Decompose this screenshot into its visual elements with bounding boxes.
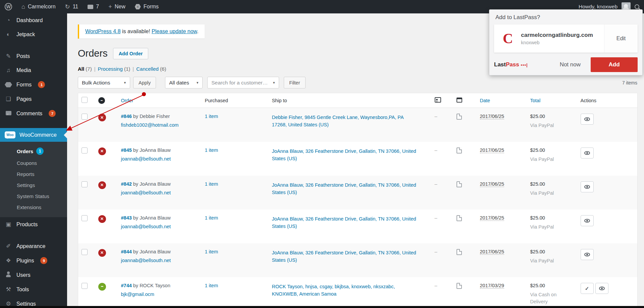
- howdy-account-menu[interactable]: Howdy, knoxweb: [579, 4, 618, 10]
- purchased-link[interactable]: 1 item: [205, 114, 218, 119]
- submenu-item-reports[interactable]: Reports: [0, 169, 67, 180]
- wp-logo-menu[interactable]: W: [0, 0, 17, 13]
- purchased-link[interactable]: 1 item: [205, 181, 218, 187]
- status-column-icon: [98, 97, 105, 104]
- customer-email-link[interactable]: fishdeb1002@hotmail.com: [121, 122, 198, 128]
- view-order-button[interactable]: [581, 147, 594, 159]
- cancelled-status-icon: [98, 215, 106, 223]
- order-note-icon[interactable]: [457, 114, 462, 120]
- customer-email-link[interactable]: joannab@bellsouth.net: [121, 224, 198, 229]
- order-link[interactable]: #844: [121, 249, 132, 254]
- column-header-total[interactable]: Total: [527, 93, 577, 108]
- order-note-icon[interactable]: [457, 181, 462, 187]
- submenu-item-settings[interactable]: Settings: [0, 180, 67, 191]
- new-content-menu[interactable]: + New: [104, 0, 130, 13]
- order-link[interactable]: #744: [121, 283, 132, 288]
- order-link[interactable]: #845: [121, 147, 132, 153]
- customer-card-icon: [435, 97, 441, 103]
- row-checkbox[interactable]: [82, 147, 88, 153]
- sidebar-item-tools[interactable]: ⚒ Tools: [0, 282, 67, 297]
- sidebar-item-comments[interactable]: Comments 7: [0, 106, 67, 121]
- sidebar-item-products[interactable]: ▣ Products: [0, 217, 67, 232]
- row-checkbox[interactable]: [82, 283, 88, 289]
- submenu-item-coupons[interactable]: Coupons: [0, 158, 67, 169]
- customer-email-link[interactable]: bjk@gmail.ocm: [121, 292, 198, 297]
- filter-button[interactable]: Filter: [284, 77, 305, 88]
- sidebar-item-media[interactable]: ♫ Media: [0, 63, 67, 77]
- purchased-link[interactable]: 1 item: [205, 283, 218, 288]
- updates-menu[interactable]: ↻ 11: [60, 0, 83, 13]
- customer-email-link[interactable]: joannab@bellsouth.net: [121, 258, 198, 263]
- customer-email-link[interactable]: joannab@bellsouth.net: [121, 190, 198, 195]
- not-now-button[interactable]: Not now: [560, 61, 581, 68]
- comments-menu[interactable]: 7: [83, 0, 104, 13]
- order-row-843: #843 by JoAnna Blauw joannab@bellsouth.n…: [78, 209, 638, 243]
- update-count: 11: [73, 4, 78, 10]
- wordpress-version-link[interactable]: WordPress 4.8: [85, 28, 121, 34]
- customer-search-select[interactable]: Search for a customer… ▼: [207, 77, 279, 88]
- view-order-button[interactable]: [581, 181, 594, 192]
- sidebar-item-woocommerce[interactable]: Woo WooCommerce: [0, 128, 67, 142]
- date-filter-select[interactable]: All dates ▼: [165, 77, 203, 88]
- table-header-row: Order Purchased Ship to Date Total Actio…: [78, 93, 638, 108]
- cancelled-status-icon: [98, 249, 106, 257]
- sidebar-item-pages[interactable]: ❑ Pages: [0, 92, 67, 106]
- ship-to-link[interactable]: Debbie Fisher, 9845 Gentle Creek Lane, W…: [272, 114, 428, 129]
- update-now-link[interactable]: Please update now: [152, 28, 197, 34]
- site-name-menu[interactable]: ⌂ Carmelcorn: [17, 0, 60, 13]
- row-checkbox[interactable]: [82, 215, 88, 221]
- order-link[interactable]: #843: [121, 215, 132, 221]
- sidebar-item-dashboard[interactable]: ◔ Dashboard: [0, 13, 67, 27]
- order-note-icon[interactable]: [457, 249, 462, 255]
- ship-to-link[interactable]: JoAnna Blauw, 326 Featherstone Drive, Ga…: [272, 215, 428, 230]
- sidebar-item-forms[interactable]: ≡ Forms 1: [0, 77, 67, 92]
- view-order-button[interactable]: [595, 283, 608, 294]
- filter-cancelled[interactable]: Cancelled (6): [136, 66, 166, 72]
- row-checkbox[interactable]: [82, 181, 88, 187]
- ship-to-link[interactable]: ROCK Tayson, hnjsa, csgay, bkjbsa, knoxw…: [272, 283, 428, 298]
- column-header-order[interactable]: Order: [118, 93, 202, 108]
- sidebar-item-posts[interactable]: ✎ Posts: [0, 49, 67, 63]
- add-button[interactable]: Add: [591, 57, 638, 72]
- forms-menu[interactable]: ≡ Forms: [130, 0, 163, 13]
- view-order-button[interactable]: [581, 249, 594, 260]
- select-all-checkbox[interactable]: [82, 97, 88, 103]
- order-link[interactable]: #842: [121, 181, 132, 187]
- row-checkbox[interactable]: [82, 249, 88, 255]
- submenu-item-system-status[interactable]: System Status: [0, 191, 67, 202]
- order-note-icon[interactable]: [457, 215, 462, 221]
- submenu-item-orders[interactable]: Orders 1: [0, 145, 67, 158]
- customer-email-link[interactable]: joannab@bellsouth.net: [121, 156, 198, 162]
- order-note-icon[interactable]: [457, 283, 462, 289]
- row-checkbox[interactable]: [82, 114, 88, 120]
- check-icon: ✓: [585, 286, 589, 292]
- plugins-count-badge: 9: [40, 257, 47, 264]
- sidebar-item-appearance[interactable]: ✐ Appearance: [0, 239, 67, 253]
- sidebar-item-users[interactable]: Users: [0, 268, 67, 282]
- filter-processing[interactable]: Processing (1): [98, 66, 130, 72]
- sidebar-item-plugins[interactable]: ❖ Plugins 9: [0, 253, 67, 268]
- complete-order-button[interactable]: ✓: [581, 283, 594, 294]
- ship-to-link[interactable]: JoAnna Blauw, 326 Featherstone Drive, Ga…: [272, 147, 428, 163]
- comment-bubble-icon: [5, 110, 12, 117]
- view-order-button[interactable]: [581, 114, 594, 125]
- jetpack-icon: ◐: [5, 31, 12, 38]
- add-order-button[interactable]: Add Order: [113, 48, 149, 59]
- chevron-down-icon: ▼: [272, 81, 275, 84]
- purchased-link[interactable]: 1 item: [205, 147, 218, 153]
- sidebar-item-jetpack[interactable]: ◐ Jetpack: [0, 27, 67, 42]
- ship-to-link[interactable]: JoAnna Blauw, 326 Featherstone Drive, Ga…: [272, 181, 428, 196]
- edit-button[interactable]: Edit: [604, 24, 638, 53]
- order-note-icon[interactable]: [457, 147, 462, 153]
- ship-to-link[interactable]: JoAnna Blauw, 326 Featherstone Drive, Ga…: [272, 249, 428, 264]
- view-order-button[interactable]: [581, 215, 594, 226]
- bulk-actions-select[interactable]: Bulk Actions ▼: [78, 77, 130, 88]
- apply-button[interactable]: Apply: [133, 77, 156, 88]
- purchased-link[interactable]: 1 item: [205, 215, 218, 221]
- order-link[interactable]: #846: [121, 114, 132, 119]
- column-header-date[interactable]: Date: [477, 93, 527, 108]
- submenu-item-extensions[interactable]: Extensions: [0, 202, 67, 213]
- purchased-link[interactable]: 1 item: [205, 249, 218, 254]
- filter-all[interactable]: All (7): [78, 66, 92, 72]
- search-icon[interactable]: [635, 4, 639, 9]
